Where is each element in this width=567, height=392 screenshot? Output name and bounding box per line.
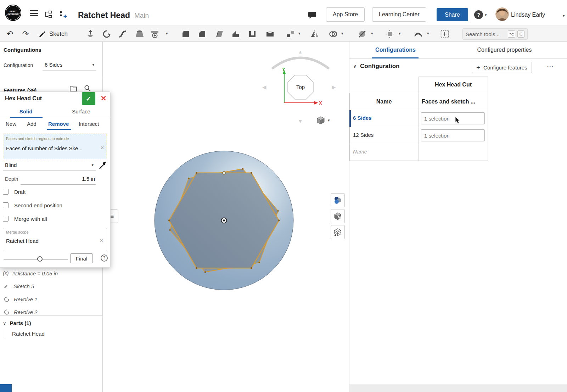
pattern-menu-caret-icon[interactable]: ▾ bbox=[298, 32, 301, 35]
mirror-icon[interactable] bbox=[308, 28, 321, 40]
select-region-icon[interactable] bbox=[438, 28, 451, 40]
selection-cell-input[interactable]: 1 selection bbox=[421, 129, 485, 141]
shell-icon[interactable] bbox=[246, 28, 259, 40]
faces-selection-field[interactable]: Faces and sketch regions to extrude Face… bbox=[3, 134, 107, 159]
thicken-menu-caret-icon[interactable]: ▾ bbox=[166, 32, 168, 35]
workspace-name[interactable]: Main bbox=[134, 12, 149, 19]
main-menu-icon[interactable] bbox=[30, 10, 38, 16]
table-row[interactable]: 6 Sides 1 selection bbox=[349, 110, 488, 127]
feature-row-revolve2[interactable]: Revolve 2 bbox=[0, 306, 103, 318]
bottom-tabs-bar-fragment[interactable] bbox=[0, 384, 12, 392]
tab-surface[interactable]: Surface bbox=[52, 106, 111, 118]
transform-icon[interactable] bbox=[383, 28, 396, 40]
comment-icon[interactable] bbox=[308, 11, 317, 21]
rotate-right-icon[interactable]: ▶ bbox=[332, 84, 336, 90]
clear-selection-icon[interactable]: × bbox=[101, 145, 104, 151]
surface-menu-caret-icon[interactable]: ▾ bbox=[427, 32, 429, 35]
appearance-button[interactable] bbox=[331, 193, 345, 207]
configure-features-button[interactable]: + Configure features bbox=[472, 62, 532, 73]
tab-add[interactable]: Add bbox=[27, 121, 37, 127]
tab-remove[interactable]: Remove bbox=[48, 121, 69, 127]
extrude-icon[interactable] bbox=[84, 28, 97, 40]
boolean-icon[interactable] bbox=[327, 28, 339, 40]
confirm-button[interactable]: ✓ bbox=[82, 92, 95, 105]
tilt-down-icon[interactable]: ▼ bbox=[298, 118, 303, 124]
transform-menu-caret-icon[interactable]: ▾ bbox=[399, 32, 401, 35]
sweep-icon[interactable] bbox=[117, 28, 129, 40]
parts-chevron-icon[interactable]: ∨ bbox=[3, 320, 6, 326]
draft-checkbox[interactable] bbox=[3, 189, 9, 195]
tab-solid[interactable]: Solid bbox=[0, 106, 52, 118]
display-states-button[interactable] bbox=[331, 209, 345, 223]
configuration-select[interactable]: 6 Sides ▾ bbox=[43, 59, 96, 71]
tab-configured-properties[interactable]: Configured properties bbox=[442, 42, 567, 58]
final-toggle-button[interactable]: Final bbox=[70, 253, 93, 263]
offset-surface-icon[interactable] bbox=[412, 28, 425, 40]
learning-center-button[interactable]: Learning Center bbox=[372, 7, 426, 22]
linear-pattern-icon[interactable] bbox=[284, 28, 297, 40]
boolean-menu-caret-icon[interactable]: ▾ bbox=[341, 32, 343, 35]
tilt-up-icon[interactable]: ▲ bbox=[298, 49, 303, 55]
help-menu-caret-icon[interactable]: ▾ bbox=[485, 13, 487, 17]
split-menu-caret-icon[interactable]: ▾ bbox=[371, 32, 373, 35]
table-row[interactable]: 12 Sides 1 selection bbox=[349, 127, 488, 144]
flip-direction-icon[interactable] bbox=[97, 160, 108, 170]
redo-icon[interactable]: ↷ bbox=[19, 28, 32, 40]
hole-icon[interactable] bbox=[264, 28, 276, 40]
config-row-name[interactable]: 6 Sides bbox=[353, 115, 372, 121]
revolve-icon[interactable] bbox=[100, 28, 113, 40]
draft-icon[interactable] bbox=[213, 28, 226, 40]
feature-row-revolve1[interactable]: Revolve 1 bbox=[0, 293, 103, 305]
merge-scope-field[interactable]: Merge scope Ratchet Head × bbox=[3, 228, 107, 251]
sketch-midpoint[interactable] bbox=[223, 172, 225, 174]
share-button[interactable]: Share bbox=[437, 8, 468, 21]
merge-all-checkbox[interactable] bbox=[3, 216, 9, 222]
view-cube[interactable]: Top bbox=[287, 74, 314, 100]
feature-row-variable[interactable]: (x) #Distance = 0.05 in bbox=[0, 267, 103, 279]
draft-checkbox-row[interactable]: Draft bbox=[3, 189, 26, 195]
tab-intersect[interactable]: Intersect bbox=[79, 121, 99, 127]
tab-new[interactable]: New bbox=[6, 121, 16, 127]
versions-history-icon[interactable] bbox=[59, 10, 68, 21]
configuration-section-chevron-icon[interactable]: ∨ bbox=[353, 63, 357, 69]
company-logo[interactable]: EARLY UNIVERSITY bbox=[5, 5, 21, 21]
thicken-icon[interactable] bbox=[148, 28, 161, 40]
loft-icon[interactable] bbox=[133, 28, 146, 40]
tab-configurations[interactable]: Configurations bbox=[349, 42, 442, 58]
user-menu-caret-icon[interactable]: ▾ bbox=[563, 14, 565, 18]
dialog-help-icon[interactable]: ? bbox=[101, 254, 108, 262]
new-config-row[interactable]: Name bbox=[349, 144, 488, 161]
cancel-button[interactable]: × bbox=[98, 93, 109, 104]
help-icon[interactable]: ? bbox=[474, 10, 483, 19]
depth-row[interactable]: Depth 1.5 in bbox=[3, 175, 96, 185]
fillet-icon[interactable] bbox=[179, 28, 192, 40]
right-panel-hscrollbar[interactable] bbox=[349, 384, 567, 392]
config-row-name[interactable]: 12 Sides bbox=[353, 132, 374, 138]
rib-icon[interactable] bbox=[229, 28, 242, 40]
more-options-icon[interactable]: ⋯ bbox=[547, 62, 554, 71]
document-outline-icon[interactable] bbox=[44, 10, 53, 21]
part-list-item[interactable]: Ratchet Head bbox=[12, 331, 45, 337]
merge-all-checkbox-row[interactable]: Merge with all bbox=[3, 215, 47, 222]
second-end-checkbox-row[interactable]: Second end position bbox=[3, 202, 62, 208]
end-condition-select[interactable]: Blind ▾ bbox=[3, 160, 96, 170]
second-end-checkbox[interactable] bbox=[3, 202, 9, 208]
user-avatar[interactable] bbox=[495, 7, 509, 21]
app-store-button[interactable]: App Store bbox=[326, 7, 365, 22]
clear-merge-scope-icon[interactable]: × bbox=[100, 237, 103, 244]
split-icon[interactable] bbox=[356, 28, 369, 40]
section-view-button[interactable] bbox=[331, 225, 345, 239]
depth-value[interactable]: 1.5 in bbox=[82, 176, 95, 182]
feature-row-sketch[interactable]: Sketch 5 bbox=[0, 280, 103, 292]
parts-section-header[interactable]: ∨ Parts (1) bbox=[0, 318, 103, 328]
rollback-slider[interactable] bbox=[4, 259, 68, 259]
sketch-button[interactable]: Sketch bbox=[36, 28, 70, 40]
undo-icon[interactable]: ↶ bbox=[4, 28, 16, 40]
rotate-left-icon[interactable]: ◀ bbox=[262, 84, 266, 90]
chamfer-icon[interactable] bbox=[196, 28, 208, 40]
user-name[interactable]: Lindsay Early bbox=[511, 12, 545, 18]
selection-cell-input[interactable]: 1 selection bbox=[421, 112, 485, 124]
view-menu[interactable]: ▾ bbox=[316, 115, 330, 125]
search-tools[interactable]: Search tools... ⌥ C bbox=[462, 28, 528, 40]
rollback-slider-handle[interactable] bbox=[37, 256, 43, 262]
